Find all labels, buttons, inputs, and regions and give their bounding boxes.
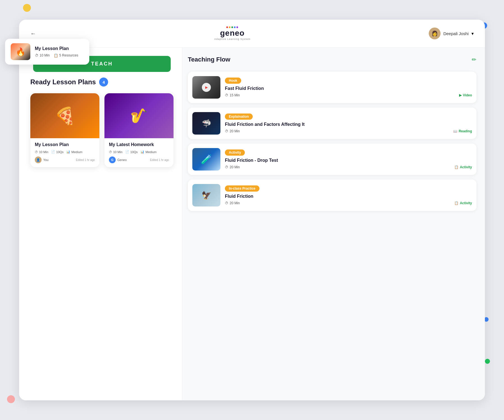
card-footer-1: 👤 You Edited 1 hr ago xyxy=(35,156,95,163)
card-stats-2: ⏱ 10 Min 📄 10Qs 📊 Medium xyxy=(109,150,169,154)
logo-dots xyxy=(226,26,238,28)
flow-thumb-car: ▶ xyxy=(192,76,220,99)
flow-type-4: 📋 Activity xyxy=(454,201,472,205)
mini-resources: 📋 5 Resources xyxy=(54,53,78,58)
flow-thumb-shark: 🦈 xyxy=(192,112,220,135)
lesson-card-1[interactable]: 🍕 My Lesson Plan ⏱ 10 Min 📄 10Qs xyxy=(30,93,99,167)
right-header: Teaching Flow ✏ xyxy=(188,53,476,66)
activity-icon-4: 📋 xyxy=(454,201,459,205)
flow-tag-activity: Activity xyxy=(225,149,245,156)
flow-tag-explanation: Explaination xyxy=(225,113,253,120)
flow-title-2: Fluid Friction and Factors Affecting It xyxy=(225,122,472,127)
lesson-mini-info: My Lesson Plan ⏱ 10 Min 📋 5 Resources xyxy=(35,46,78,58)
right-panel: Teaching Flow ✏ ▶ Hook Fast Fluid Fricti… xyxy=(182,47,485,400)
logo: geneo Adaptive Learning System xyxy=(214,26,250,40)
flow-tag-hook: Hook xyxy=(225,78,241,84)
doc-icon: 📄 xyxy=(51,150,55,154)
decorative-dot-pink xyxy=(7,395,15,403)
flow-title-3: Fluid Friction - Drop Test xyxy=(225,158,472,163)
decorative-dot-green xyxy=(485,359,490,364)
card-body-1: My Lesson Plan ⏱ 10 Min 📄 10Qs xyxy=(30,138,99,167)
stat-difficulty-2: 📊 Medium xyxy=(140,150,156,154)
flow-title-4: Fluid Friction xyxy=(225,194,472,199)
logo-dot-blue xyxy=(234,26,236,28)
flow-item-3[interactable]: 🧪 Activity Fluid Friction - Drop Test ⏱ … xyxy=(188,144,476,175)
back-button[interactable]: ← xyxy=(30,30,36,37)
chevron-down-icon: ▾ xyxy=(471,31,474,36)
edit-icon[interactable]: ✏ xyxy=(472,56,476,63)
video-icon: ▶ xyxy=(459,93,462,97)
clock-icon-2: ⏱ xyxy=(109,150,112,154)
stat-questions-1: 📄 10Qs xyxy=(51,150,63,154)
flow-time-2: ⏱ 20 Min xyxy=(225,129,240,133)
doc-icon-2: 📄 xyxy=(125,150,129,154)
flow-thumb-beaker: 🧪 xyxy=(192,148,220,171)
flow-footer-3: ⏱ 20 Min 📋 Activity xyxy=(225,165,472,169)
decorative-dot-yellow xyxy=(23,4,31,12)
lesson-mini-meta: ⏱ 10 Min 📋 5 Resources xyxy=(35,53,78,58)
logo-subtitle: Adaptive Learning System xyxy=(214,38,250,40)
flow-type-3: 📋 Activity xyxy=(454,165,472,169)
section-title: Ready Lesson Plans xyxy=(30,78,96,86)
resources-mini-icon: 📋 xyxy=(54,53,58,58)
flow-item-2[interactable]: 🦈 Explaination Fluid Friction and Factor… xyxy=(188,108,476,139)
mini-duration: ⏱ 10 Min xyxy=(35,53,50,58)
flow-thumb-birds: 🦅 xyxy=(192,184,220,206)
author-name-2: Geneo xyxy=(117,158,127,162)
clock-mini-icon: ⏱ xyxy=(35,53,38,58)
stat-duration-1: ⏱ 10 Min xyxy=(35,150,48,154)
edit-time-2: Edited 1 hr ago xyxy=(150,158,169,162)
flow-time-1: ⏱ 15 Min xyxy=(225,93,240,97)
author-name-1: You xyxy=(43,158,49,162)
flow-footer-1: ⏱ 15 Min ▶ Video xyxy=(225,93,472,97)
flow-title-1: Fast Fluid Friction xyxy=(225,86,472,91)
clock-icon-f4: ⏱ xyxy=(225,201,228,205)
left-panel: TEACH Ready Lesson Plans 4 🍕 My Lesson P… xyxy=(19,47,182,400)
card-title-2: My Latest Homework xyxy=(109,142,169,147)
flow-content-3: Activity Fluid Friction - Drop Test ⏱ 20… xyxy=(225,149,472,169)
flow-tag-inclass: In-class Practice xyxy=(225,185,259,192)
author-avatar-2: G xyxy=(109,156,116,163)
flow-item-1[interactable]: ▶ Hook Fast Fluid Friction ⏱ 15 Min ▶ xyxy=(188,72,476,103)
main-card: ← geneo Adaptive Learning System 👩 Deepa… xyxy=(19,20,485,400)
edit-time-1: Edited 1 hr ago xyxy=(76,158,95,162)
reading-icon: 📖 xyxy=(453,129,457,133)
body-layout: TEACH Ready Lesson Plans 4 🍕 My Lesson P… xyxy=(19,47,485,400)
card-thumb-music: 🎷 xyxy=(104,93,174,138)
cards-grid: 🍕 My Lesson Plan ⏱ 10 Min 📄 10Qs xyxy=(30,93,174,167)
teaching-flow-title: Teaching Flow xyxy=(188,56,230,63)
flow-content-1: Hook Fast Fluid Friction ⏱ 15 Min ▶ Vide… xyxy=(225,78,472,97)
card-author-1: 👤 You xyxy=(35,156,49,163)
flow-type-1: ▶ Video xyxy=(459,93,472,97)
lesson-mini-thumb: 🔥 xyxy=(11,43,30,60)
count-badge: 4 xyxy=(99,78,108,87)
flow-type-2: 📖 Reading xyxy=(453,129,472,133)
flow-item-4[interactable]: 🦅 In-class Practice Fluid Friction ⏱ 20 … xyxy=(188,180,476,211)
logo-dot-orange xyxy=(229,26,231,28)
stat-duration-2: ⏱ 10 Min xyxy=(109,150,122,154)
flow-content-4: In-class Practice Fluid Friction ⏱ 20 Mi… xyxy=(225,185,472,205)
card-thumb-pizza: 🍕 xyxy=(30,93,99,138)
clock-icon-f1: ⏱ xyxy=(225,93,228,97)
flow-footer-2: ⏱ 20 Min 📖 Reading xyxy=(225,129,472,133)
clock-icon-f2: ⏱ xyxy=(225,129,228,133)
lesson-mini-title: My Lesson Plan xyxy=(35,46,78,51)
play-button-1[interactable]: ▶ xyxy=(202,83,211,92)
chart-icon: 📊 xyxy=(66,150,70,154)
stat-questions-2: 📄 10Qs xyxy=(125,150,138,154)
activity-icon-3: 📋 xyxy=(454,165,459,169)
user-menu[interactable]: 👩 Deepali Joshi ▾ xyxy=(429,28,474,39)
author-avatar-1: 👤 xyxy=(35,156,42,163)
lesson-card-2[interactable]: 🎷 My Latest Homework ⏱ 10 Min 📄 10Qs xyxy=(104,93,174,167)
logo-dot-purple xyxy=(236,26,238,28)
flow-time-4: ⏱ 20 Min xyxy=(225,201,240,205)
flow-footer-4: ⏱ 20 Min 📋 Activity xyxy=(225,201,472,205)
card-body-2: My Latest Homework ⏱ 10 Min 📄 10Qs xyxy=(104,138,174,167)
flow-time-3: ⏱ 20 Min xyxy=(225,165,240,169)
avatar: 👩 xyxy=(429,28,441,39)
user-name: Deepali Joshi xyxy=(443,31,469,36)
flow-content-2: Explaination Fluid Friction and Factors … xyxy=(225,113,472,133)
logo-dot-green xyxy=(231,26,233,28)
stat-difficulty-1: 📊 Medium xyxy=(66,150,82,154)
lesson-mini-card: 🔥 My Lesson Plan ⏱ 10 Min 📋 5 Resources xyxy=(5,39,89,65)
